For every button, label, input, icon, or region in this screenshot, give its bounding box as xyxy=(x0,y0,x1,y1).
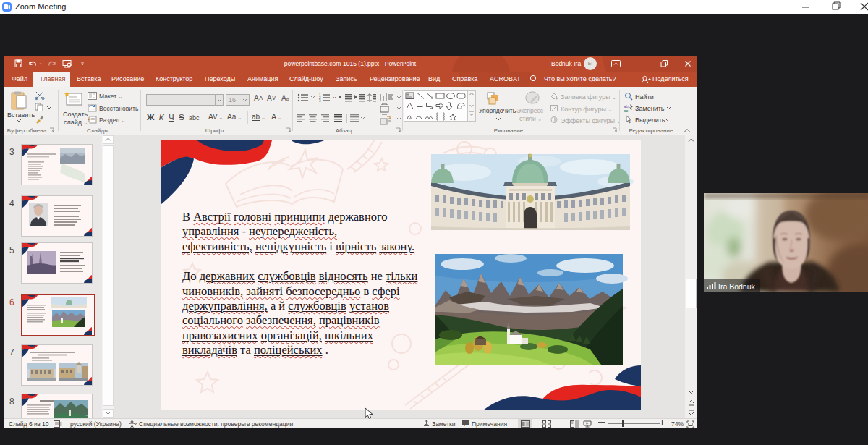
svg-text:3: 3 xyxy=(319,99,321,103)
svg-text:ac: ac xyxy=(624,109,628,112)
